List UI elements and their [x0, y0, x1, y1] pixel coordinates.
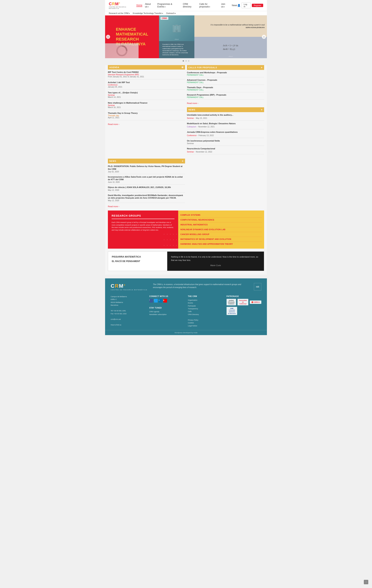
subnav-knowledge[interactable]: Knowledge Technology Transfer [133, 12, 163, 14]
agenda-item-5: Thematic Day in Group Theory Thematic da… [108, 112, 185, 120]
subnav-research[interactable]: Research at the CRM [109, 12, 130, 14]
svg-text:HR: HR [256, 286, 259, 288]
patronage-cerca: 🔴 CERCA [250, 301, 261, 304]
hero-dots [105, 58, 267, 63]
news-item-2: Modelització en Salut, Biologia i Desast… [187, 122, 264, 129]
linkedin-icon[interactable]: in [159, 299, 162, 303]
footer-crm-transparency[interactable]: Transparency [188, 307, 223, 310]
news-bottom-header: NEWS + [108, 159, 185, 163]
footer-connect: CONNECT WITH US f t in ▶ STAY TUNED CRM … [149, 295, 184, 327]
calls-header: CALLS FOR PROPOSALS + [187, 65, 264, 70]
agenda-item-4: New challenges in Mathematical Finance S… [108, 102, 185, 110]
news-bottom-section: NEWS + Ph.D. DISSERTATION: Public Defenc… [108, 159, 264, 208]
crm-logo: CRM® CENTRE DE RECERCA MATEMÀTICA [109, 1, 136, 10]
agenda-section: AGENDA ⊞ IRP Test Centre de Cost P00002 … [108, 65, 185, 156]
agenda-read-more[interactable]: Read more [108, 123, 119, 125]
footer-logo: CRM® CENTRE DE RECERCA MATEMÀTICA [111, 283, 147, 291]
facebook-icon[interactable]: f [149, 299, 153, 303]
calls-item-1: Conferences and Workshops - Proposals PE… [187, 71, 264, 77]
footer-newsletter[interactable]: Newsletter subscription [149, 313, 184, 316]
nav-programmes[interactable]: Programmes & Events [157, 3, 180, 8]
research-group-1[interactable]: COMPLEX SYSTEMS [181, 213, 262, 218]
youtube-icon[interactable]: ▶ [163, 299, 167, 303]
research-group-4[interactable]: NONLINEAR DYNAMICS AND EVOLUTION LAB [181, 227, 262, 232]
agenda-item-3: Two types of... (Srdjan Ostojic) Seminar… [108, 92, 185, 100]
nav-about[interactable]: About us [145, 3, 155, 8]
news-bottom-right-placeholder [187, 159, 264, 208]
subnav-outreach[interactable]: Outreach [166, 12, 176, 14]
research-group-2[interactable]: COMPUTATIONAL NEUROSCIENCE [181, 218, 262, 222]
patronage-iec: Institutd'EstudisCatalans [227, 299, 236, 305]
footer-crm-calls[interactable]: Calls [188, 310, 223, 313]
agenda-item-1: IRP Test Centre de Cost P00002 Intensive… [108, 71, 185, 79]
footer-crm-organisation[interactable]: Organisation [188, 299, 223, 302]
register-button[interactable]: Register [252, 4, 263, 7]
news-bottom-plus-icon[interactable]: + [182, 159, 184, 163]
news-item-5: Neurociència Computacional Seminar · Nov… [187, 147, 264, 154]
pissarra-right: Nothing in life is to be feared, it is o… [167, 252, 264, 271]
research-group-3[interactable]: INDUSTRIAL MATHEMATICS [181, 222, 262, 227]
footer-cols: Campus de Bellaterra Edifici C 08193 Bel… [111, 295, 261, 327]
news-plus-icon[interactable]: + [261, 108, 263, 111]
nav-join[interactable]: Join us [221, 3, 229, 8]
hero-dot-2[interactable] [185, 60, 187, 62]
hero-section: ‹ ENHANCE MATHEMATICAL RESEARCH IN CATAL… [105, 15, 267, 63]
footer-privacy[interactable]: Privacy Policy [188, 319, 223, 322]
footer-copyright: Wordpress developed by Insite [105, 330, 267, 335]
agenda-grid-icon[interactable]: ⊞ [181, 66, 184, 69]
footer-crm-agenda[interactable]: CRM Agenda [149, 310, 184, 313]
footer-the-crm: THE CRM Organisation Events Participate … [188, 295, 223, 327]
research-left-panel: RESEARCH GROUPS Each CRM research group … [108, 210, 178, 249]
research-group-7[interactable]: HARMONIC ANALYSIS AND APPROXIMATION THEO… [181, 242, 262, 246]
calls-item-4: Research Programmes (IRP) - Proposals PE… [187, 94, 264, 100]
hero-slide-3: It is impossible to be a mathematician w… [194, 15, 267, 58]
calls-item-2: Advanced Courses - Proposals PERMANENT C… [187, 79, 264, 85]
main-content: AGENDA ⊞ IRP Test Centre de Cost P00002 … [105, 65, 267, 275]
news-bottom-item-4: David Moriña, investigador postdoctoral … [108, 194, 185, 203]
footer-crm-events[interactable]: Events [188, 302, 223, 304]
social-icons: f t in ▶ [149, 299, 184, 303]
footer-crm-directory[interactable]: CRM Directory [188, 313, 223, 316]
news-item-3: Jornada CRM-Empresa sobre finances quant… [187, 131, 264, 138]
hero-slide-2: CRM® 🏢 iStock Founded in 1984, the CRM i… [159, 15, 194, 58]
nav-news[interactable]: News [232, 4, 237, 7]
footer-email[interactable]: crm@crm.cat [111, 318, 146, 321]
hr-logo: HR [254, 283, 261, 292]
research-group-6[interactable]: MATHEMATICS OF DEVELOPMENT AND EVOLUTION [181, 237, 262, 242]
hero-istock-spiral: iStock [105, 43, 138, 58]
calls-read-more[interactable]: Read more [187, 102, 198, 104]
news-bottom-left: NEWS + Ph.D. DISSERTATION: Public Defenc… [108, 159, 185, 208]
news-item-1: Unreliable tone-evoked activity in the a… [187, 114, 264, 121]
main-nav: Home About us Programmes & Events CRM di… [136, 3, 237, 8]
calls-item-3: Thematic Days - Proposals PERMANENT CALL [187, 86, 264, 92]
footer-legal[interactable]: Legal Notice [188, 325, 223, 327]
news-item-4: On isochronous polynomial fields Seminar [187, 139, 264, 146]
login-button[interactable]: Log in [242, 2, 251, 8]
footer-cookies[interactable]: Cookies [188, 322, 223, 324]
news-bottom-item-1: Ph.D. DISSERTATION: Public Defence by Vi… [108, 165, 185, 174]
footer-crm-participate[interactable]: Participate [188, 304, 223, 307]
hero-prev-button[interactable]: ‹ [106, 35, 110, 39]
nav-directory[interactable]: CRM directory [183, 3, 197, 8]
hero-dot-1[interactable] [183, 60, 184, 62]
calls-plus-icon[interactable]: + [261, 66, 263, 69]
agenda-header: AGENDA ⊞ [108, 65, 185, 70]
news-bottom-item-3: Dijous de ciència | JOAN SOLÀ-MORALES | … [108, 186, 185, 192]
research-groups-section: RESEARCH GROUPS Each CRM research group … [108, 210, 264, 249]
nav-home[interactable]: Home [136, 4, 142, 7]
calls-news-section: CALLS FOR PROPOSALS + Conferences and Wo… [187, 65, 264, 156]
pissarra-section: PISSARRA MATEMÀTICA EL RACÓ DE PENSAMENT… [108, 252, 264, 271]
patronage-uab: UABUniversitatAutónomade Barcelona [227, 307, 237, 315]
patronage-generalitat: GeneralitatdeCatalunya [237, 299, 248, 305]
sub-nav: Research at the CRM Knowledge Technology… [105, 11, 267, 15]
hero-next-button[interactable]: › [262, 35, 266, 39]
hero-dot-3[interactable] [188, 60, 189, 62]
news-right-header: NEWS + [187, 107, 264, 112]
research-group-5[interactable]: CANCER MODELLING GROUP [181, 232, 262, 237]
twitter-icon[interactable]: t [154, 299, 158, 303]
research-bg-dots: · · · · ·· · · · ·· · · · · [163, 231, 177, 248]
nav-calls[interactable]: Calls for proposals [199, 3, 218, 8]
news-read-more[interactable]: Read more [108, 205, 119, 208]
logo-area: CRM® CENTRE DE RECERCA MATEMÀTICA [109, 1, 136, 10]
footer-find-us[interactable]: How to find us [111, 324, 146, 326]
